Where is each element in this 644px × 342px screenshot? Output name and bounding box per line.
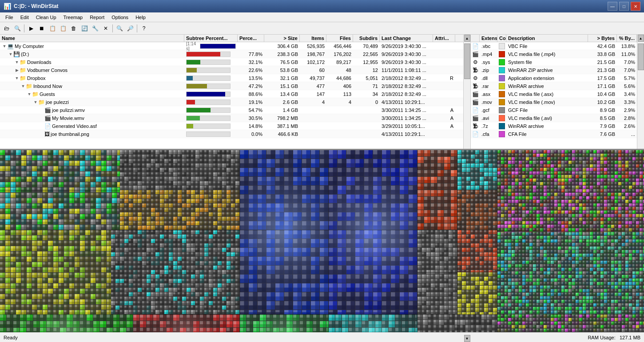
tree-col-subdirs[interactable]: Subdirs — [353, 35, 380, 42]
types-row[interactable]: 🎬 .avi VLC media file (.avi) 8.5 GB 2.8% — [471, 114, 637, 122]
ram-label: RAM Usage: — [588, 335, 615, 340]
expand-btn[interactable]: ▼ — [8, 52, 13, 56]
tree-attr: A — [433, 123, 455, 129]
tree-row[interactable]: ▶ 📁 Vodburner Convos 22.6% 53.8 GB 60 48… — [0, 66, 463, 74]
tree-files: 456,446 — [326, 43, 353, 49]
toolbar-copy[interactable]: 📋 — [48, 24, 57, 33]
tree-vscroll[interactable]: ▲ ▼ — [463, 35, 470, 149]
maximize-button[interactable]: □ — [619, 2, 629, 11]
types-vscroll[interactable]: ▲ — [637, 35, 644, 149]
toolbar-new[interactable]: 🗁 — [2, 24, 12, 33]
types-row[interactable]: 🗜 .zip WinRAR ZIP archive 21.3 GB 7.0% — [471, 66, 637, 74]
tree-name-cell-10: 📄 Generated Video.asf — [0, 123, 184, 129]
types-row[interactable]: 🎬 .mov VLC media file (.mov) 10.2 GB 3.3… — [471, 98, 637, 106]
expand-btn[interactable]: ▼ — [14, 60, 20, 64]
tree-bar-cell — [184, 123, 238, 130]
expand-btn[interactable]: ▼ — [2, 44, 7, 48]
type-ext: .mov — [480, 99, 497, 105]
type-pct: 7.0% — [617, 67, 637, 73]
tree-col-items[interactable]: Items — [300, 35, 326, 42]
tree-col-name[interactable]: Name — [0, 35, 184, 42]
tree-row[interactable]: 🎬 joe pulizzi.wmv 54.7% 1.4 GB 3/30/2011… — [0, 106, 463, 114]
menu-options[interactable]: Options — [108, 12, 132, 22]
scroll-thumb[interactable] — [464, 44, 470, 79]
type-icon: 🎬 — [471, 90, 480, 98]
minimize-button[interactable]: — — [608, 2, 617, 11]
type-icon: 🎬 — [471, 98, 480, 106]
tree-bar-cell — [184, 99, 238, 106]
menu-file[interactable]: File — [2, 12, 17, 22]
types-col-color[interactable]: Col... — [497, 35, 506, 42]
types-row[interactable]: 📄 .vbc VBC File 42.4 GB 13.8% — [471, 42, 637, 50]
tree-row[interactable]: ▼ 📁 Dropbox 13.5% 32.1 GB 49,737 44,686 … — [0, 74, 463, 82]
tree-row[interactable]: ▼ 📁 Downloads 32.1% 76.5 GB 102,172 89,2… — [0, 58, 463, 66]
types-col-pct[interactable]: % By... — [617, 35, 637, 42]
toolbar-stop[interactable]: ⏹ — [37, 24, 47, 33]
types-row[interactable]: ⚙ .dll Application extension 17.5 GB 5.7… — [471, 74, 637, 82]
tree-row[interactable]: ▼ 📁 Inbound Now 47.2% 15.1 GB 477 406 71… — [0, 82, 463, 90]
types-row[interactable]: 🎬 .mp4 VLC media file (.mp4) 33.8 GB 11.… — [471, 50, 637, 58]
tree-row[interactable]: ▼ 📁 joe pulezzi 19.1% 2.6 GB 4 4 0 4/13/… — [0, 98, 463, 106]
types-col-desc[interactable]: Description — [506, 35, 588, 42]
menu-help[interactable]: Help — [132, 12, 149, 22]
types-row[interactable]: ⚙ .sys System file 21.5 GB 7.0% — [471, 58, 637, 66]
types-row[interactable]: 📄 .gcf GCF File 8.9 GB 2.9% — [471, 106, 637, 114]
progress-bar-fill — [200, 44, 235, 48]
close-button[interactable]: ✕ — [631, 2, 640, 11]
menu-cleanup[interactable]: Clean Up — [32, 12, 60, 22]
types-row[interactable]: 🗜 .7z WinRAR archive 7.9 GB 2.6% — [471, 122, 637, 130]
toolbar-zoom-out[interactable]: 🔎 — [125, 24, 135, 33]
progress-bar-container — [186, 115, 231, 121]
tree-files — [326, 134, 353, 135]
tree-lastchange: 2/18/2012 8:32:49 ... — [380, 83, 433, 89]
toolbar-delete[interactable]: 🗑 — [69, 24, 79, 33]
types-scroll-up[interactable]: ▲ — [638, 35, 644, 42]
tree-col-files[interactable]: Files — [326, 35, 353, 42]
toolbar-paste[interactable]: 📋 — [58, 24, 68, 33]
types-col-ext[interactable]: Extensi... — [480, 35, 497, 42]
expand-btn[interactable]: ▶ — [14, 68, 20, 72]
progress-bar-fill — [187, 124, 193, 128]
expand-btn[interactable]: ▼ — [20, 84, 26, 88]
tree-row[interactable]: 🖼 joe thumbnail.png 0.0% 466.6 KB 4/13/2… — [0, 130, 463, 138]
types-row[interactable]: 🗜 .rar WinRAR archive 17.1 GB 5.6% — [471, 82, 637, 90]
expand-btn[interactable]: ▼ — [33, 100, 38, 104]
type-desc: VLC media file (.asx) — [506, 91, 590, 97]
types-col-icon[interactable] — [471, 35, 480, 42]
tree-items: 526,935 — [300, 43, 326, 49]
tree-col-size[interactable]: > Size — [264, 35, 300, 42]
tree-col-pct[interactable]: Perce... — [238, 35, 264, 42]
toolbar-scan[interactable]: 🔍 — [12, 24, 22, 33]
tree-row[interactable]: ▼ 💾 (D:) 77.8% 238.3 GB 198,767 176,202 … — [0, 50, 463, 58]
toolbar-play[interactable]: ▶ — [26, 24, 36, 33]
file-tree[interactable]: Name Subtree Percent... Perce... > Size … — [0, 35, 471, 149]
types-row[interactable]: 📄 .cfa CFA File 7.6 GB ... — [471, 130, 637, 138]
toolbar-settings[interactable]: 🔧 — [90, 24, 100, 33]
type-color — [497, 106, 506, 114]
tree-row[interactable]: 📄 Generated Video.asf 14.8% 387.1 MB 3/2… — [0, 122, 463, 130]
tree-pct: 22.6% — [238, 67, 264, 73]
types-scroll-thumb[interactable] — [638, 44, 644, 70]
color-swatch — [499, 51, 505, 57]
types-col-bytes[interactable]: > Bytes — [588, 35, 617, 42]
scroll-up[interactable]: ▲ — [464, 35, 470, 42]
tree-row[interactable]: ▼ 💻 My Computer [1:14 s] 306.4 GB 526,93… — [0, 42, 463, 50]
expand-btn[interactable]: ▼ — [14, 76, 20, 80]
tree-col-attri[interactable]: Attri... — [433, 35, 455, 42]
toolbar-cancel[interactable]: ✕ — [101, 24, 111, 33]
tree-row[interactable]: ▼ 📁 Guests 88.6% 13.4 GB 147 113 34 2/18… — [0, 90, 463, 98]
expand-btn[interactable]: ▼ — [27, 92, 32, 96]
types-row[interactable]: 🎬 .asx VLC media file (.asx) 10.4 GB 3.4… — [471, 90, 637, 98]
treemap-area[interactable] — [0, 150, 644, 332]
menu-edit[interactable]: Edit — [17, 12, 32, 22]
tree-row[interactable]: 🎬 My Movie.wmv 30.5% 798.2 MB 3/30/2011 … — [0, 114, 463, 122]
toolbar-refresh[interactable]: 🔄 — [80, 24, 89, 33]
tree-items: 60 — [300, 67, 326, 73]
toolbar-zoom-in[interactable]: 🔍 — [115, 24, 124, 33]
menu-treemap[interactable]: Treemap — [60, 12, 87, 22]
toolbar-help[interactable]: ? — [139, 24, 149, 33]
tree-files: 4 — [326, 99, 353, 105]
tree-col-lastchange[interactable]: Last Change — [380, 35, 433, 42]
file-icon: 📁 — [20, 59, 26, 65]
menu-report[interactable]: Report — [86, 12, 108, 22]
